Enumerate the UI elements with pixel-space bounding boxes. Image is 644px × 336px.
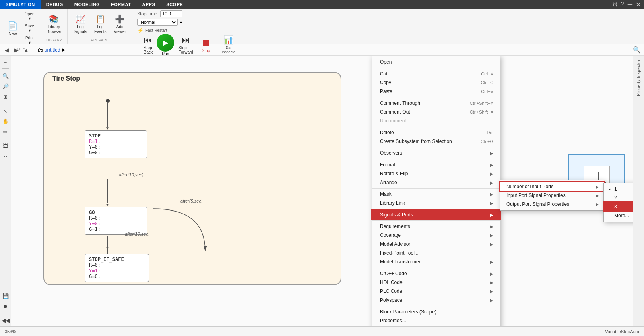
toolbar: 📄 New Open ▾ Save ▾ Print ▾ FILE 📚 Lib bbox=[0, 9, 644, 44]
model-browser-button[interactable]: ≡ bbox=[1, 57, 10, 66]
run-icon[interactable]: ▶ bbox=[157, 34, 174, 52]
print-button[interactable]: Print ▾ bbox=[22, 35, 37, 46]
tab-modeling[interactable]: MODELING bbox=[69, 0, 105, 9]
cm-sep-5 bbox=[372, 159, 500, 159]
cm-paste[interactable]: Paste Ctrl+V bbox=[372, 87, 500, 96]
cm-delete[interactable]: Delete Del bbox=[372, 128, 500, 137]
output-button[interactable]: 💾 bbox=[1, 291, 10, 300]
cm-coverage[interactable]: Coverage ▶ bbox=[372, 231, 500, 240]
stop-button[interactable]: ⏹ Stop bbox=[197, 36, 215, 54]
cm-cpp-code[interactable]: C/C++ Code ▶ bbox=[372, 269, 500, 278]
tab-apps[interactable]: APPS bbox=[136, 0, 161, 9]
open-button[interactable]: Open ▾ bbox=[22, 10, 37, 22]
cm-plc-code[interactable]: PLC Code ▶ bbox=[372, 287, 500, 296]
zoom-in-button[interactable]: 🔍 bbox=[1, 71, 10, 80]
cm-hdl-code[interactable]: HDL Code ▶ bbox=[372, 278, 500, 287]
tab-debug[interactable]: DEBUG bbox=[41, 0, 69, 9]
zoom-out-button[interactable]: 🔎 bbox=[1, 82, 10, 91]
cm-cut[interactable]: Cut Ctrl+X bbox=[372, 69, 500, 78]
sm1-input-port-signal[interactable]: Input Port Signal Properties ▶ bbox=[500, 191, 604, 200]
cm-requirements[interactable]: Requirements ▶ bbox=[372, 222, 500, 231]
sm1-num-input-ports[interactable]: Number of Input Ports ▶ bbox=[500, 182, 604, 191]
toolbar-settings-icon[interactable]: ⚙ bbox=[612, 1, 618, 8]
cm-model-transformer[interactable]: Model Transformer ▶ bbox=[372, 257, 500, 266]
canvas-area[interactable]: Tire Stop ▼ STOP R=1; Y=0; G=0; after(10… bbox=[11, 56, 633, 326]
cm-copy[interactable]: Copy Ctrl+C bbox=[372, 78, 500, 87]
cm-model-advisor[interactable]: Model Advisor ▶ bbox=[372, 240, 500, 249]
collapse-sidebar-button[interactable]: ◀◀ bbox=[1, 316, 10, 325]
data-inspector-button[interactable]: 📊 DatInspecto bbox=[219, 33, 238, 56]
nav-up-button[interactable]: ▲ bbox=[22, 47, 31, 53]
pan-tool-button[interactable]: ✋ bbox=[1, 117, 10, 126]
sm1-output-port-signal[interactable]: Output Port Signal Properties ▶ bbox=[500, 200, 604, 209]
sm2-option-1[interactable]: ✓ 1 bbox=[604, 185, 633, 193]
model-icon: 🗂 bbox=[37, 47, 43, 53]
status-bar: 353% VariableStepAuto bbox=[0, 326, 644, 336]
library-browser-button[interactable]: 📚 LibraryBrowser bbox=[43, 13, 64, 35]
save-button[interactable]: Save ▾ bbox=[22, 23, 37, 34]
cm-sep-9 bbox=[372, 268, 500, 268]
fit-view-button[interactable]: ⊞ bbox=[1, 92, 10, 101]
nav-back-button[interactable]: ◀ bbox=[3, 47, 11, 53]
sm2-option-3[interactable]: 3 bbox=[604, 202, 633, 211]
breadcrumb-model[interactable]: untitled bbox=[45, 47, 60, 53]
cm-rotate-flip[interactable]: Rotate & Flip ▶ bbox=[372, 169, 500, 178]
tab-scope[interactable]: SCOPE bbox=[161, 0, 188, 9]
cm-format[interactable]: Format ▶ bbox=[372, 160, 500, 169]
cm-fixed-point[interactable]: Fixed-Point Tool... bbox=[372, 249, 500, 257]
step-forward-button[interactable]: ⏭ StepForward bbox=[178, 35, 193, 54]
toolbar-close-icon[interactable]: ✕ bbox=[636, 1, 641, 8]
submenu-num-input-ports: ✓ 1 2 3 More... bbox=[603, 183, 633, 222]
add-viewer-button[interactable]: ➕ AddViewer bbox=[111, 13, 129, 35]
cm-mask[interactable]: Mask ▶ bbox=[372, 190, 500, 199]
sm2-option-2[interactable]: 2 bbox=[604, 193, 633, 202]
library-section: 📚 LibraryBrowser LIBRARY bbox=[40, 9, 68, 44]
cm-library-link[interactable]: Library Link ▶ bbox=[372, 199, 500, 207]
cm-comment-through[interactable]: Comment Through Ctrl+Shift+Y bbox=[372, 99, 500, 108]
cm-sep-10 bbox=[372, 306, 500, 306]
cm-comment-out[interactable]: Comment Out Ctrl+Shift+X bbox=[372, 108, 500, 116]
select-tool-button[interactable]: ↖ bbox=[1, 106, 10, 115]
new-button[interactable]: 📄 New bbox=[5, 17, 21, 39]
tab-simulation[interactable]: SIMULATION bbox=[0, 0, 41, 9]
log-events-button[interactable]: 📋 LogEvents bbox=[91, 13, 109, 35]
sm2-option-more[interactable]: More... bbox=[604, 211, 633, 220]
breadcrumb-bar: ◀ ▶ ▲ 🗂 untitled ▶ 🔍 bbox=[0, 44, 644, 56]
signal-button[interactable]: 〰 bbox=[1, 152, 10, 161]
menu-bar: SIMULATION DEBUG MODELING FORMAT APPS SC… bbox=[0, 0, 644, 9]
toolbar-minimize-icon[interactable]: ─ bbox=[628, 1, 632, 8]
nav-forward-button[interactable]: ▶ bbox=[12, 47, 20, 53]
cm-open[interactable]: Open bbox=[372, 58, 500, 66]
breadcrumb-path: 🗂 untitled ▶ bbox=[37, 47, 65, 53]
property-inspector-tab[interactable]: Property Inspector bbox=[635, 57, 642, 99]
step-back-button[interactable]: ⏮ StepBack bbox=[144, 35, 153, 54]
cm-sep-6 bbox=[372, 188, 500, 189]
cm-uncomment[interactable]: Uncomment bbox=[372, 116, 500, 125]
state-stop[interactable]: STOP R=1; Y=0; G=0; bbox=[85, 130, 147, 158]
search-icon[interactable]: 🔍 bbox=[633, 46, 641, 54]
stop-time-input[interactable] bbox=[160, 10, 182, 17]
run-button[interactable]: ▶ Run bbox=[157, 34, 174, 56]
cm-create-subsystem[interactable]: Create Subsystem from Selection Ctrl+G bbox=[372, 137, 500, 146]
cm-polyspace[interactable]: Polyspace ▶ bbox=[372, 296, 500, 305]
mode-dropdown-icon[interactable]: ▾ bbox=[180, 20, 182, 25]
prepare-label: PREPARE bbox=[71, 37, 129, 42]
state-go[interactable]: GO R=0; Y=0; G=1; bbox=[85, 207, 147, 235]
cm-properties[interactable]: Properties... bbox=[372, 316, 500, 325]
state-stop-r: R=1; bbox=[89, 139, 142, 144]
state-stop-if-safe[interactable]: STOP_IF_SAFE R=0; Y=1; G=0; bbox=[85, 254, 149, 282]
cm-arrange[interactable]: Arrange ▶ bbox=[372, 178, 500, 187]
annotate-button[interactable]: ✏ bbox=[1, 127, 10, 136]
cm-block-params[interactable]: Block Parameters (Scope) bbox=[372, 307, 500, 316]
toolbar-help-icon[interactable]: ? bbox=[621, 1, 625, 8]
library-label: LIBRARY bbox=[43, 37, 64, 42]
cm-observers[interactable]: Observers ▶ bbox=[372, 149, 500, 158]
tab-format[interactable]: FORMAT bbox=[105, 0, 136, 9]
cm-signals-ports[interactable]: Signals & Ports ▶ bbox=[372, 210, 500, 219]
record-button[interactable]: ⏺ bbox=[1, 302, 10, 311]
right-sidebar: Property Inspector bbox=[633, 56, 644, 326]
image-button[interactable]: 🖼 bbox=[1, 141, 10, 150]
simulation-mode-select[interactable]: Normal Accelerator Rapid Accelerator bbox=[137, 19, 178, 26]
log-signals-button[interactable]: 📈 LogSignals bbox=[71, 13, 90, 35]
init-wire bbox=[107, 103, 108, 127]
